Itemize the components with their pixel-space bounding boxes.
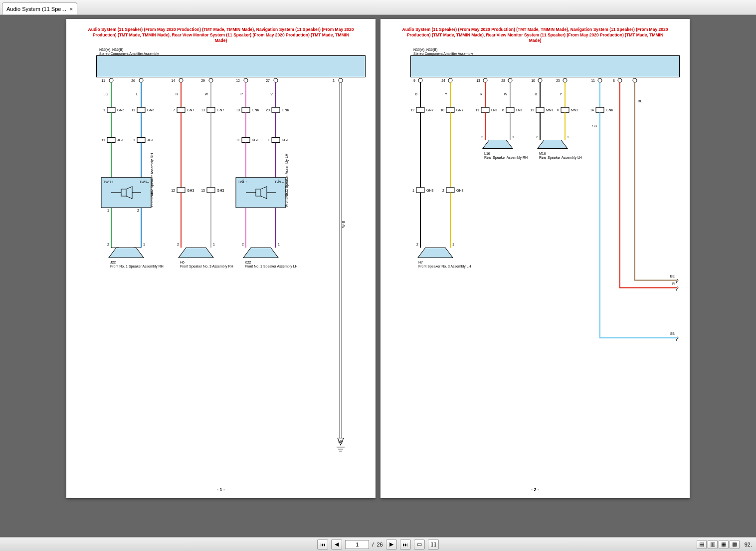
workspace[interactable]: Audio System (11 Speaker) (From May 2020… — [0, 15, 756, 537]
view-mode-3-button[interactable]: ▦ — [719, 540, 729, 549]
svg-text:12: 12 — [171, 189, 175, 192]
svg-point-10 — [209, 78, 213, 82]
svg-text:8: 8 — [613, 79, 615, 82]
svg-text:TWR+: TWR+ — [103, 180, 113, 184]
svg-text:2: 2 — [536, 135, 538, 139]
svg-text:11: 11 — [530, 108, 534, 112]
first-page-button[interactable]: ⏮ — [317, 540, 328, 550]
diagram-title: Audio System (11 Speaker) (From May 2020… — [400, 27, 670, 43]
svg-point-9 — [179, 78, 183, 82]
page-input[interactable] — [345, 540, 369, 549]
svg-text:H7: H7 — [418, 261, 423, 264]
svg-text:L16: L16 — [484, 152, 490, 155]
svg-text:18: 18 — [440, 108, 444, 112]
page-number: - 2 - — [380, 487, 690, 492]
svg-text:MN1: MN1 — [546, 108, 554, 112]
svg-text:GN6: GN6 — [147, 108, 154, 112]
first-icon: ⏮ — [320, 542, 326, 548]
svg-text:GN6: GN6 — [282, 108, 289, 112]
svg-point-11 — [244, 78, 248, 82]
svg-text:1: 1 — [412, 189, 414, 192]
svg-text:KG1: KG1 — [282, 138, 289, 142]
svg-text:3: 3 — [333, 79, 335, 82]
svg-text:SB: SB — [670, 332, 675, 335]
svg-rect-176 — [481, 107, 489, 112]
close-icon[interactable]: × — [69, 6, 72, 12]
svg-rect-70 — [207, 188, 215, 193]
last-icon: ⏭ — [402, 542, 408, 548]
svg-text:10: 10 — [236, 108, 240, 112]
status-bar: ⏮ ◀ / 26 ▶ ⏭ ▭ ▯▯ ▤ ▥ ▦ ▩ 92. — [0, 537, 756, 551]
view2-icon: ▥ — [710, 541, 715, 548]
svg-text:MN1: MN1 — [571, 108, 578, 112]
svg-rect-84 — [242, 137, 250, 142]
svg-text:11: 11 — [236, 138, 240, 142]
svg-text:11: 11 — [475, 108, 479, 112]
svg-marker-107 — [243, 248, 278, 258]
svg-text:Y: Y — [445, 92, 447, 96]
svg-text:9: 9 — [413, 79, 415, 82]
svg-text:B: B — [415, 92, 417, 96]
tab-title: Audio System (11 Spe… — [6, 6, 66, 12]
svg-text:GN7: GN7 — [187, 108, 194, 112]
prev-page-button[interactable]: ◀ — [331, 540, 342, 550]
svg-text:GN7: GN7 — [456, 108, 463, 112]
svg-rect-153 — [416, 107, 424, 112]
svg-text:1: 1 — [143, 243, 145, 246]
svg-text:GH3: GH3 — [187, 189, 194, 192]
svg-rect-66 — [207, 107, 215, 112]
facing-page-button[interactable]: ▯▯ — [428, 540, 439, 550]
svg-text:Front No. 2 Speaker Assembly L: Front No. 2 Speaker Assembly LH — [285, 154, 289, 207]
svg-point-140 — [563, 78, 567, 82]
svg-marker-74 — [179, 248, 213, 258]
view-mode-1-button[interactable]: ▤ — [697, 540, 707, 549]
svg-text:BE: BE — [638, 99, 643, 103]
svg-text:R: R — [176, 92, 178, 96]
svg-rect-89 — [272, 107, 280, 112]
next-page-button[interactable]: ▶ — [386, 540, 397, 550]
svg-text:2: 2 — [177, 243, 179, 246]
svg-point-13 — [339, 78, 343, 82]
svg-text:W-B: W-B — [342, 221, 345, 228]
svg-point-8 — [139, 78, 143, 82]
svg-text:Y: Y — [560, 92, 562, 96]
svg-point-7 — [109, 78, 113, 82]
svg-text:11: 11 — [591, 79, 595, 82]
svg-text:B: B — [535, 92, 537, 96]
svg-text:12: 12 — [236, 79, 240, 82]
svg-rect-31 — [137, 107, 145, 112]
facing-page-icon: ▯▯ — [430, 541, 436, 548]
svg-text:SB: SB — [592, 124, 597, 128]
single-page-button[interactable]: ▭ — [414, 540, 425, 550]
page-total: 26 — [377, 542, 382, 548]
zoom-level: 92. — [745, 542, 752, 548]
single-page-icon: ▭ — [417, 541, 422, 548]
svg-text:2: 2 — [442, 189, 444, 192]
svg-text:P: P — [240, 92, 243, 96]
svg-text:LN1: LN1 — [491, 108, 498, 112]
svg-text:KG1: KG1 — [252, 138, 259, 142]
svg-text:14: 14 — [590, 108, 594, 112]
svg-point-142 — [618, 78, 622, 82]
svg-point-139 — [538, 78, 542, 82]
view3-icon: ▦ — [721, 541, 726, 548]
view-mode-2-button[interactable]: ▥ — [708, 540, 718, 549]
svg-point-136 — [448, 78, 452, 82]
svg-text:12: 12 — [410, 108, 414, 112]
page-sep: / — [372, 542, 374, 548]
svg-text:28: 28 — [501, 79, 505, 82]
svg-text:26: 26 — [131, 79, 135, 82]
svg-text:GH3: GH3 — [217, 189, 224, 192]
svg-point-141 — [598, 78, 602, 82]
svg-text:6: 6 — [557, 108, 559, 112]
svg-text:Rear Speaker Assembly LH: Rear Speaker Assembly LH — [539, 156, 582, 160]
svg-rect-93 — [272, 137, 280, 142]
svg-rect-206 — [596, 107, 604, 112]
svg-text:2: 2 — [242, 243, 244, 246]
view-mode-4-button[interactable]: ▩ — [730, 540, 740, 549]
document-tab[interactable]: Audio System (11 Spe… × — [2, 2, 77, 14]
svg-rect-191 — [536, 107, 544, 112]
svg-text:2: 2 — [107, 243, 109, 246]
last-page-button[interactable]: ⏭ — [400, 540, 411, 550]
svg-rect-80 — [242, 107, 250, 112]
